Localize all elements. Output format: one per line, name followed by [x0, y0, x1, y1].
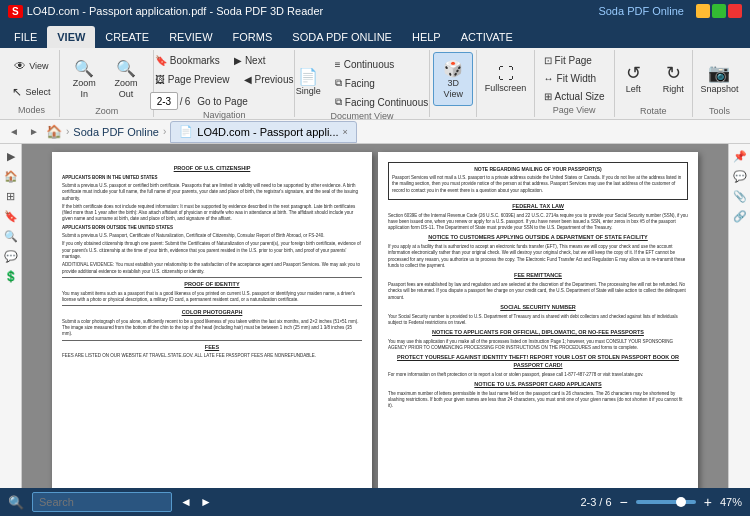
- minimize-btn[interactable]: [696, 4, 710, 18]
- document-tab[interactable]: 📄 LO4D.com - Passport appli... ×: [170, 121, 357, 143]
- facing-continuous-btn[interactable]: ⧉ Facing Continuous: [330, 93, 433, 111]
- tab-soda-online[interactable]: SODA PDF ONLINE: [282, 26, 402, 48]
- proof-identity-content: You may submit items such as a passport …: [62, 291, 362, 304]
- tab-close-btn[interactable]: ×: [343, 127, 348, 137]
- facing-cont-icon: ⧉: [335, 96, 342, 108]
- page1-born-us-content: Submit a previous U.S. passport or certi…: [62, 183, 362, 202]
- ribbon: 👁 View ↖ Select Modes 🔍 Zoom In 🔍 Z: [0, 48, 750, 120]
- title-bar-right: Soda PDF Online: [598, 4, 742, 18]
- sidebar-home-icon[interactable]: 🏠: [3, 168, 19, 184]
- tab-activate[interactable]: ACTIVATE: [451, 26, 523, 48]
- soda-online-link[interactable]: Soda PDF Online: [598, 5, 684, 17]
- ribbon-group-fullscreen: ⛶ Fullscreen: [477, 50, 534, 117]
- fullscreen-label: [504, 106, 507, 116]
- sidebar-bookmarks-icon[interactable]: 🔖: [3, 208, 19, 224]
- sidebar-search-icon[interactable]: 🔍: [3, 228, 19, 244]
- ribbon-group-zoom: 🔍 Zoom In 🔍 Zoom Out Zoom: [60, 50, 155, 117]
- back-btn[interactable]: ◄: [6, 124, 22, 140]
- next-icon: ▶: [234, 55, 242, 66]
- pageview-content: ⊡ Fit Page ↔ Fit Width ⊞ Actual Size: [539, 52, 610, 105]
- single-btn[interactable]: 📄 Single: [291, 55, 326, 109]
- breadcrumb-sep-2: ›: [163, 126, 166, 137]
- page1-birth-cert-content: If the birth certificate does not includ…: [62, 204, 362, 223]
- tab-forms[interactable]: FORMS: [223, 26, 283, 48]
- forward-btn[interactable]: ►: [26, 124, 42, 140]
- zoom-slider[interactable]: [636, 500, 696, 504]
- snapshot-btn[interactable]: 📷 Snapshot: [695, 52, 743, 106]
- zoom-in-btn[interactable]: 🔍 Zoom In: [66, 52, 103, 106]
- tab-help[interactable]: HELP: [402, 26, 451, 48]
- sidebar-nav-icon[interactable]: ▶: [3, 148, 19, 164]
- home-icon[interactable]: 🏠: [46, 124, 62, 139]
- note-title: NOTE REGARDING MAILING OF YOUR PASSPORT(…: [392, 166, 684, 173]
- tab-view[interactable]: VIEW: [47, 26, 95, 48]
- go-to-page-btn[interactable]: Go to Page: [192, 93, 253, 110]
- sidebar-comments-icon[interactable]: 💬: [3, 248, 19, 264]
- rotate-left-btn[interactable]: ↺ Left: [615, 52, 651, 106]
- current-page-input[interactable]: [150, 92, 178, 110]
- page-separator: /: [180, 96, 183, 107]
- zoom-out-btn[interactable]: 🔍 Zoom Out: [105, 52, 148, 106]
- view-icon: 👁: [14, 59, 26, 73]
- next-btn[interactable]: ▶ Next: [229, 52, 271, 69]
- search-input[interactable]: [32, 492, 172, 512]
- previous-icon: ◀: [244, 74, 252, 85]
- tab-create[interactable]: CREATE: [95, 26, 159, 48]
- right-sidebar-link-icon[interactable]: 🔗: [732, 208, 748, 224]
- view-btn[interactable]: 👁 View: [6, 54, 56, 80]
- select-btn[interactable]: ↖ Select: [6, 82, 56, 104]
- note-box: NOTE REGARDING MAILING OF YOUR PASSPORT(…: [388, 162, 688, 200]
- passport-card-content: The maximum number of letters permissibl…: [388, 391, 688, 410]
- facing-btn[interactable]: ⧉ Facing: [330, 74, 433, 92]
- ribbon-group-nav: 🔖 Bookmarks ▶ Next 🖼 Page Preview ◀ Prev…: [154, 50, 294, 117]
- bookmarks-btn[interactable]: 🔖 Bookmarks: [150, 52, 225, 69]
- notice-customers-title: NOTICE TO CUSTOMERS APPLYING OUTSIDE A D…: [388, 234, 688, 242]
- breadcrumb-soda[interactable]: Soda PDF Online: [73, 126, 159, 138]
- sidebar-pages-icon[interactable]: ⊞: [3, 188, 19, 204]
- divider-3: [62, 340, 362, 341]
- maximize-btn[interactable]: [712, 4, 726, 18]
- page1-citizenship-parent: If you only obtained citizenship through…: [62, 241, 362, 260]
- window-title: LO4D.com - Passport application.pdf - So…: [27, 5, 324, 17]
- previous-btn[interactable]: ◀ Previous: [239, 71, 299, 88]
- status-nav-back[interactable]: ◄: [180, 495, 192, 509]
- actual-size-btn[interactable]: ⊞ Actual Size: [539, 88, 610, 105]
- zoom-out-icon: 🔍: [116, 59, 136, 78]
- fullscreen-btn[interactable]: ⛶ Fullscreen: [480, 52, 532, 106]
- ribbon-group-rotate: ↺ Left ↻ Right Rotate: [615, 50, 693, 117]
- continuous-btn[interactable]: ≡ Continuous: [330, 56, 433, 73]
- close-btn[interactable]: [728, 4, 742, 18]
- zoom-in-status-btn[interactable]: +: [704, 494, 712, 510]
- breadcrumb-bar: ◄ ► 🏠 › Soda PDF Online › 📄 LO4D.com - P…: [0, 120, 750, 144]
- proof-identity-title: PROOF OF IDENTITY: [62, 281, 362, 289]
- rotate-label: Rotate: [640, 106, 667, 116]
- title-bar: S LO4D.com - Passport application.pdf - …: [0, 0, 750, 22]
- federal-tax-content: Section 6039E of the Internal Revenue Co…: [388, 213, 688, 232]
- page-preview-btn[interactable]: 🖼 Page Preview: [150, 71, 235, 88]
- ribbon-group-pageview: ⊡ Fit Page ↔ Fit Width ⊞ Actual Size Pag…: [535, 50, 615, 117]
- tab-file[interactable]: FILE: [4, 26, 47, 48]
- sidebar-dollar-icon[interactable]: 💲: [3, 268, 19, 284]
- status-nav-forward[interactable]: ►: [200, 495, 212, 509]
- color-photo-content: Submit a color photograph of you alone, …: [62, 319, 362, 338]
- 3d-view-icon: 🎲: [443, 59, 463, 78]
- breadcrumb-sep-1: ›: [66, 126, 69, 137]
- select-label: Select: [25, 87, 50, 98]
- ribbon-group-tools: 📷 Snapshot Tools: [693, 50, 746, 117]
- tab-review[interactable]: REVIEW: [159, 26, 222, 48]
- fit-width-icon: ↔: [544, 73, 554, 84]
- right-sidebar-pin-icon[interactable]: 📌: [732, 148, 748, 164]
- right-sidebar-comment-icon[interactable]: 💬: [732, 168, 748, 184]
- ssn-title: SOCIAL SECURITY NUMBER: [388, 304, 688, 312]
- fit-page-btn[interactable]: ⊡ Fit Page: [539, 52, 597, 69]
- rotate-content: ↺ Left ↻ Right: [615, 52, 691, 106]
- ribbon-group-3dview: 🎲 3DView: [430, 50, 477, 117]
- notice-official-content: You may use this application if you make…: [388, 339, 688, 352]
- rotate-right-btn[interactable]: ↻ Right: [655, 52, 691, 106]
- fit-width-btn[interactable]: ↔ Fit Width: [539, 70, 601, 87]
- right-sidebar-attach-icon[interactable]: 📎: [732, 188, 748, 204]
- page1-additional-evidence: ADDITIONAL EVIDENCE: You must establish …: [62, 262, 362, 275]
- zoom-out-status-btn[interactable]: −: [620, 494, 628, 510]
- 3d-view-btn[interactable]: 🎲 3DView: [433, 52, 473, 106]
- ribbon-group-modes: 👁 View ↖ Select Modes: [4, 50, 60, 117]
